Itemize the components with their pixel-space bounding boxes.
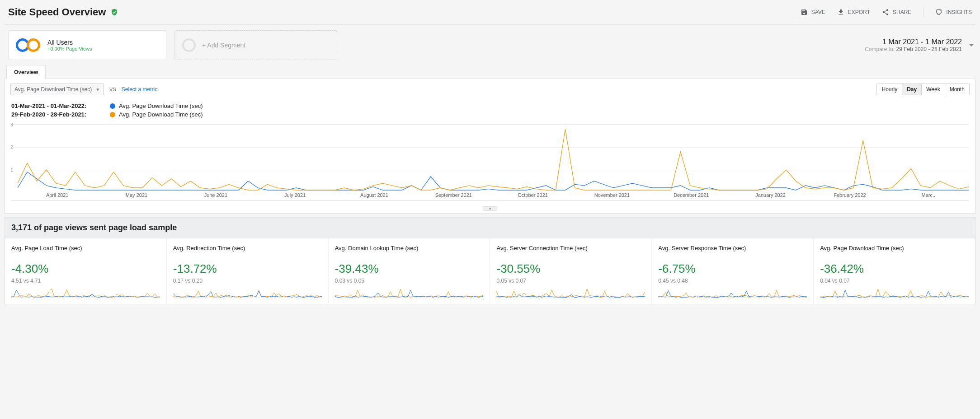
share-icon: [882, 9, 889, 16]
primary-metric-select[interactable]: Avg. Page Download Time (sec) ▼: [10, 84, 104, 95]
legend-period2-dates: 29-Feb-2020 - 28-Feb-2021:: [11, 111, 106, 118]
metric-comparison: 0.17 vs 0.20: [173, 278, 322, 284]
shield-check-icon: [110, 8, 118, 16]
metric-card[interactable]: Avg. Page Download Time (sec) -36.42% 0.…: [814, 238, 975, 304]
metric-percent: -6.75%: [658, 262, 807, 276]
metric-comparison: 0.05 vs 0.07: [496, 278, 645, 284]
svg-point-1: [937, 9, 938, 10]
sample-info-strip: 3,171 of page views sent page load sampl…: [5, 217, 975, 238]
metric-card[interactable]: Avg. Page Load Time (sec) -4.30% 4.51 vs…: [5, 238, 167, 304]
segment-row: All Users +0.00% Page Views + Add Segmen…: [5, 25, 975, 65]
time-day[interactable]: Day: [902, 84, 921, 95]
metric-comparison: 0.04 vs 0.07: [820, 278, 969, 284]
empty-circle-icon: [182, 38, 196, 52]
legend-period1-metric: Avg. Page Download Time (sec): [119, 102, 203, 109]
metric-comparison: 0.03 vs 0.05: [335, 278, 484, 284]
export-button[interactable]: EXPORT: [837, 9, 870, 16]
metric-percent: -30.55%: [496, 262, 645, 276]
date-range-compare: Compare to: 29 Feb 2020 - 28 Feb 2021: [865, 46, 962, 52]
tab-overview[interactable]: Overview: [6, 65, 46, 79]
vs-label: VS: [109, 87, 116, 92]
metrics-grid: Avg. Page Load Time (sec) -4.30% 4.51 vs…: [5, 238, 975, 304]
metric-controls: Avg. Page Download Time (sec) ▼ VS Selec…: [5, 79, 975, 100]
date-range-main: 1 Mar 2021 - 1 Mar 2022: [865, 38, 962, 46]
save-icon: [801, 9, 808, 16]
export-icon: [837, 9, 844, 16]
divider: [923, 7, 923, 17]
chart-series-line: [18, 129, 969, 190]
metric-sparkline: [335, 287, 484, 299]
insights-button[interactable]: INSIGHTS: [935, 9, 972, 16]
save-button[interactable]: SAVE: [801, 9, 825, 16]
main-chart: 123 April 2021May 2021June 2021July 2021…: [11, 124, 969, 201]
page-header: Site Speed Overview SAVE EXPORT SHARE IN…: [5, 0, 975, 25]
metric-title: Avg. Server Connection Time (sec): [496, 245, 645, 259]
select-metric-link[interactable]: Select a metric: [122, 86, 157, 93]
chart-expand-toggle[interactable]: ▾: [5, 205, 975, 213]
time-week[interactable]: Week: [921, 84, 944, 95]
metric-sparkline: [820, 287, 969, 299]
metric-percent: -36.42%: [820, 262, 969, 276]
chart-series-line: [18, 172, 969, 190]
metric-title: Avg. Redirection Time (sec): [173, 245, 322, 259]
time-month[interactable]: Month: [945, 84, 969, 95]
legend-dot-orange-icon: [110, 112, 115, 117]
segment-rings-icon: [16, 37, 41, 53]
legend-period2-metric: Avg. Page Download Time (sec): [119, 111, 203, 118]
date-range-picker[interactable]: 1 Mar 2021 - 1 Mar 2022 Compare to: 29 F…: [865, 38, 974, 52]
chart-legend: 01-Mar-2021 - 01-Mar-2022: Avg. Page Dow…: [5, 100, 975, 124]
legend-dot-blue-icon: [110, 103, 115, 109]
metric-title: Avg. Page Download Time (sec): [820, 245, 969, 259]
metric-card[interactable]: Avg. Redirection Time (sec) -13.72% 0.17…: [167, 238, 329, 304]
metric-title: Avg. Domain Lookup Time (sec): [335, 245, 484, 259]
segment-title: All Users: [47, 39, 92, 46]
metric-title: Avg. Server Response Time (sec): [658, 245, 807, 259]
metric-comparison: 0.45 vs 0.48: [658, 278, 807, 284]
tabs: Overview: [5, 65, 975, 79]
time-granularity-buttons: Hourly Day Week Month: [876, 84, 970, 95]
svg-point-2: [941, 13, 942, 14]
svg-point-0: [941, 9, 942, 11]
metric-sparkline: [173, 287, 322, 299]
chevron-down-icon: [969, 44, 974, 47]
metric-sparkline: [658, 287, 807, 299]
metric-sparkline: [496, 287, 645, 299]
metric-card[interactable]: Avg. Server Response Time (sec) -6.75% 0…: [652, 238, 814, 304]
add-segment-button[interactable]: + Add Segment: [174, 30, 337, 60]
metric-sparkline: [11, 287, 160, 299]
page-title: Site Speed Overview: [8, 6, 106, 18]
insights-icon: [935, 9, 942, 16]
metric-percent: -13.72%: [173, 262, 322, 276]
metric-percent: -39.43%: [335, 262, 484, 276]
legend-period1-dates: 01-Mar-2021 - 01-Mar-2022:: [11, 102, 106, 109]
metric-card[interactable]: Avg. Domain Lookup Time (sec) -39.43% 0.…: [329, 238, 490, 304]
time-hourly[interactable]: Hourly: [877, 84, 902, 95]
segment-subtitle: +0.00% Page Views: [47, 46, 92, 51]
segment-all-users[interactable]: All Users +0.00% Page Views: [8, 30, 166, 60]
metric-title: Avg. Page Load Time (sec): [11, 245, 160, 259]
caret-down-icon: ▼: [95, 87, 100, 92]
metric-card[interactable]: Avg. Server Connection Time (sec) -30.55…: [490, 238, 652, 304]
metric-comparison: 4.51 vs 4.71: [11, 278, 160, 284]
share-button[interactable]: SHARE: [882, 9, 911, 16]
metric-percent: -4.30%: [11, 262, 160, 276]
